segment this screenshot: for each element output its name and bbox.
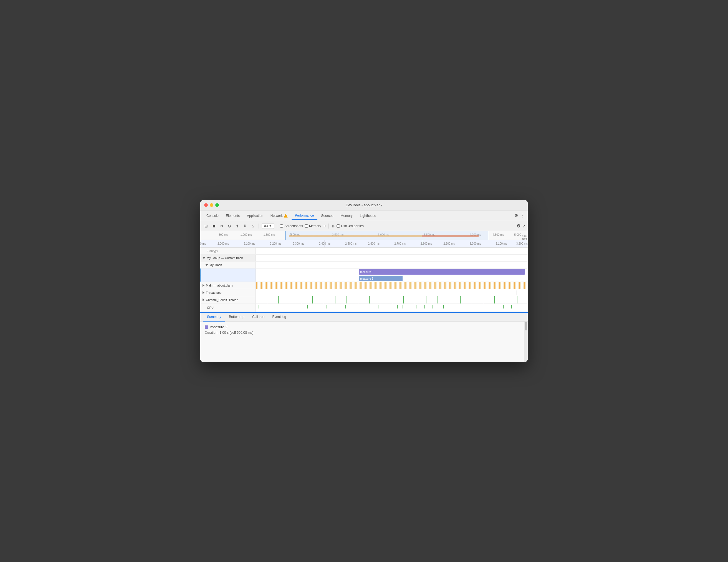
settings-icon[interactable]: ⚙ <box>514 213 518 218</box>
sr-2800: 2,800 ms <box>421 242 432 245</box>
bottom-scrollbar[interactable] <box>524 322 528 362</box>
tab-calltree[interactable]: Call tree <box>248 313 269 322</box>
chrome-child-content[interactable] <box>256 296 528 304</box>
timings-content[interactable] <box>256 248 528 254</box>
sr-2000: 2,000 ms <box>218 242 229 245</box>
minimize-button[interactable] <box>210 203 213 207</box>
tab-memory[interactable]: Memory <box>337 212 356 219</box>
help-icon[interactable]: ? <box>523 223 525 228</box>
memory-checkbox[interactable] <box>305 224 308 228</box>
sr-2600: 2,600 ms <box>368 242 380 245</box>
ruler-label-1000: 1,000 ms <box>241 233 252 236</box>
chrome-child-label[interactable]: Chrome_ChildIOThread <box>200 296 256 303</box>
summary-color-swatch <box>205 326 208 329</box>
main-label[interactable]: Main — about:blank <box>200 282 256 289</box>
main-arrow <box>203 284 204 287</box>
sr-2100: 2,100 ms <box>244 242 255 245</box>
sr-2400: 2,400 ms <box>319 242 330 245</box>
tab-application[interactable]: Application <box>244 212 267 219</box>
mygroup-arrow <box>203 257 205 259</box>
panel-toggle-btn[interactable]: ⊞ <box>203 223 209 229</box>
measure1-row-label <box>200 275 256 282</box>
screenshots-label: Screenshots <box>284 224 303 228</box>
clear-btn[interactable]: ⊘ <box>226 223 232 229</box>
gpu-tick-14 <box>457 305 457 309</box>
reload-record-btn[interactable]: ↻ <box>219 223 225 229</box>
timings-label: Timings <box>200 248 256 254</box>
measure2-content[interactable]: measure 2 <box>256 268 528 275</box>
sr-3100: 3,100 ms <box>496 242 507 245</box>
devtools-right-icons: ⚙ ⋮ <box>514 213 525 218</box>
toolbar-right-icons: ⚙ ? <box>517 223 525 228</box>
cpu-ruler-label: CPU <box>522 235 527 238</box>
track-timings: Timings <box>200 248 528 254</box>
more-icon[interactable]: ⋮ <box>520 213 525 218</box>
devtools-window: DevTools - about:blank Console Elements … <box>200 200 528 362</box>
mytrack-content[interactable] <box>256 261 528 268</box>
upload-btn[interactable]: ⬆ <box>234 223 240 229</box>
sr-2900: 2,900 ms <box>443 242 455 245</box>
tab-performance[interactable]: Performance <box>292 212 317 220</box>
tracks-wrapper: Timings My Group — Custom track My Track <box>200 248 528 312</box>
gpu-tick-8 <box>403 305 403 309</box>
settings2-icon[interactable]: ⚙ <box>517 223 520 228</box>
recording-label: #3 <box>264 224 268 228</box>
gpu-tick-17 <box>503 305 504 309</box>
warning-icon <box>284 214 288 218</box>
mytrack-label[interactable]: My Track <box>200 261 256 268</box>
chrome-child-text: Chrome_ChildIOThread <box>206 298 238 302</box>
gpu-tick-3 <box>307 305 308 309</box>
measure2-row-label <box>200 268 256 275</box>
tab-sources[interactable]: Sources <box>318 212 337 219</box>
threadpool-text: Thread pool <box>206 291 222 294</box>
threadpool-arrow <box>203 291 204 294</box>
download-btn[interactable]: ⬇ <box>242 223 248 229</box>
bottom-scrollbar-thumb[interactable] <box>525 322 527 331</box>
track-measure1-row: measure 1 <box>200 275 528 282</box>
mygroup-content[interactable] <box>256 254 528 261</box>
threadpool-line <box>517 291 517 295</box>
devtools-main: 500 ms 1,000 ms 1,500 ms 2,0 | 00 ms 2,5… <box>200 231 528 362</box>
threadpool-label[interactable]: Thread pool <box>200 289 256 296</box>
toolbar-separator-3 <box>328 223 329 228</box>
measure1-bar[interactable]: measure 1 <box>359 276 403 281</box>
main-content[interactable] <box>256 282 528 289</box>
selected-ruler[interactable]: 1,900 ms 2,000 ms 2,100 ms 2,200 ms 2,30… <box>200 240 528 248</box>
record-btn[interactable]: ⏺ <box>211 223 217 229</box>
gpu-content[interactable] <box>256 304 528 312</box>
tab-summary[interactable]: Summary <box>203 313 225 322</box>
top-ruler[interactable]: 500 ms 1,000 ms 1,500 ms 2,0 | 00 ms 2,5… <box>200 231 528 240</box>
gpu-tick-5 <box>345 305 346 309</box>
measure1-label: measure 1 <box>360 277 373 280</box>
screenshots-checkbox[interactable] <box>280 224 283 228</box>
tab-console[interactable]: Console <box>203 212 222 219</box>
mytrack-text: My Track <box>209 263 222 266</box>
tab-network[interactable]: Network <box>267 212 291 219</box>
measure1-content[interactable]: measure 1 <box>256 275 528 282</box>
ruler-label-500: 500 ms <box>219 233 228 236</box>
performance-toolbar: ⊞ ⏺ ↻ ⊘ ⬆ ⬇ ⌂ #3 ▼ Screenshots Memory ⊞ … <box>200 221 528 231</box>
titlebar: DevTools - about:blank <box>200 200 528 210</box>
track-mytrack: My Track <box>200 261 528 268</box>
mygroup-label[interactable]: My Group — Custom track <box>200 254 256 261</box>
duration-label: Duration <box>205 331 217 335</box>
home-btn[interactable]: ⌂ <box>250 223 256 229</box>
ruler-label-1500: 1,500 ms <box>263 233 275 236</box>
tab-lighthouse[interactable]: Lighthouse <box>357 212 380 219</box>
bottom-tabs: Summary Bottom-up Call tree Event log <box>200 313 528 322</box>
dim3rd-checkbox[interactable] <box>337 224 340 228</box>
close-button[interactable] <box>204 203 208 207</box>
gpu-tick-19 <box>520 305 520 309</box>
sr-3200: 3,200 ms <box>516 242 528 245</box>
threadpool-content[interactable] <box>256 289 528 296</box>
tab-bottomup[interactable]: Bottom-up <box>225 313 248 322</box>
recording-selector[interactable]: #3 ▼ <box>262 223 274 229</box>
gpu-tick-1 <box>259 305 259 309</box>
measure2-bar[interactable]: measure 2 <box>359 269 525 274</box>
gpu-label[interactable]: GPU <box>200 304 256 312</box>
maximize-button[interactable] <box>215 203 219 207</box>
memory-label: Memory <box>309 224 321 228</box>
gpu-tick-13 <box>443 305 444 309</box>
tab-eventlog[interactable]: Event log <box>268 313 290 322</box>
tab-elements[interactable]: Elements <box>223 212 243 219</box>
